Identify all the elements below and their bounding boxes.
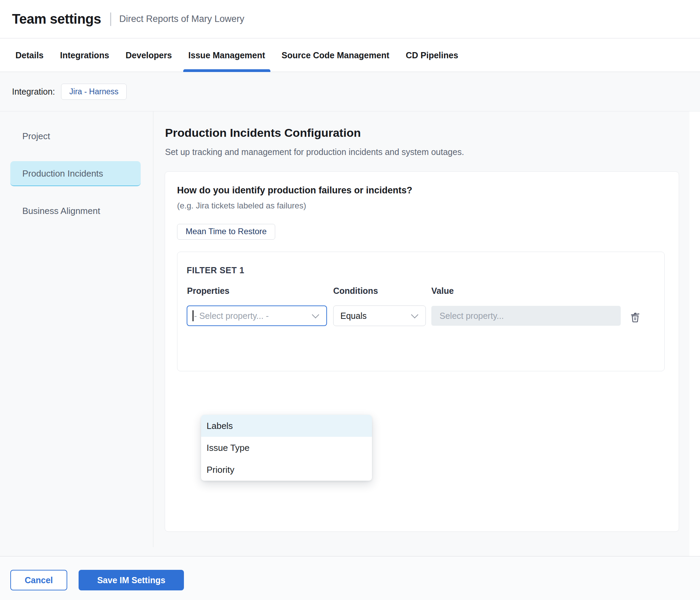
tab-details[interactable]: Details [15,39,44,72]
save-im-settings-button[interactable]: Save IM Settings [79,570,184,590]
team-settings-page: Team settings Direct Reports of Mary Low… [0,0,700,600]
tab-source-code-management[interactable]: Source Code Management [282,39,389,72]
sidebar-item-label: Production Incidents [22,168,103,179]
filter-set-card: FILTER SET 1 Properties Conditions Value… [177,252,665,371]
dropdown-option-labels[interactable]: Labels [201,415,372,437]
property-dropdown-menu: Labels Issue Type Priority [201,415,372,481]
filter-controls-row: - Select property... - Equals Select pro… [187,305,655,326]
delete-filter-button[interactable] [628,310,643,325]
condition-select[interactable]: Equals [333,305,426,326]
sidebar-item-business-alignment[interactable]: Business Alignment [10,199,141,224]
title-divider [110,12,111,26]
footer-action-bar: Cancel Save IM Settings [0,556,700,600]
chevron-down-icon [411,311,418,318]
integration-row: Integration: Jira - Harness [0,72,700,111]
chevron-down-icon [312,311,319,318]
value-input-placeholder: Select property... [440,311,504,321]
section-title: Production Incidents Configuration [165,125,361,140]
property-select[interactable]: - Select property... - [187,305,327,326]
sidebar-item-label: Project [22,131,50,141]
tab-integrations[interactable]: Integrations [60,39,109,72]
metric-tab-mean-time-to-restore[interactable]: Mean Time to Restore [177,224,275,240]
integration-chip[interactable]: Jira - Harness [61,84,127,100]
dropdown-option-priority[interactable]: Priority [201,459,372,481]
properties-column-label: Properties [187,286,230,295]
property-select-placeholder: - Select property... - [194,311,269,321]
filter-set-title: FILTER SET 1 [187,266,655,275]
dropdown-option-issue-type[interactable]: Issue Type [201,437,372,459]
page-title: Team settings [12,11,101,27]
content-area: Project Production Incidents Business Al… [0,111,700,556]
page-subtitle: Direct Reports of Mary Lowery [119,14,245,24]
active-tab-underline [183,69,270,72]
tab-label: Source Code Management [282,50,389,60]
sidebar-item-label: Business Alignment [22,206,100,216]
tab-label: Issue Management [188,50,265,60]
conditions-column-label: Conditions [333,286,378,295]
tab-label: CD Pipelines [406,50,458,60]
page-header: Team settings Direct Reports of Mary Low… [0,0,700,38]
tab-bar: Details Integrations Developers Issue Ma… [0,39,700,72]
tab-issue-management[interactable]: Issue Management [188,39,265,72]
filter-column-labels: Properties Conditions Value [187,286,655,295]
config-question: How do you identify production failures … [177,183,667,197]
tab-developers[interactable]: Developers [126,39,172,72]
tab-label: Developers [126,50,172,60]
value-column-label: Value [431,286,454,295]
sidebar-item-project[interactable]: Project [10,124,141,149]
cancel-button[interactable]: Cancel [10,570,67,590]
tab-label: Details [15,50,44,60]
text-caret [192,310,194,321]
config-hint: (e.g. Jira tickets labeled as failures) [177,199,667,212]
integration-label: Integration: [12,87,55,97]
section-subtitle: Set up tracking and management for produ… [165,145,464,159]
incidents-config-card: How do you identify production failures … [165,171,679,532]
condition-select-value: Equals [340,311,366,321]
value-input[interactable]: Select property... [431,306,621,326]
tab-label: Integrations [60,50,109,60]
trash-icon [629,311,642,325]
tab-cd-pipelines[interactable]: CD Pipelines [406,39,458,72]
scrollbar-gutter[interactable] [689,111,700,556]
sidebar-item-production-incidents[interactable]: Production Incidents [10,161,141,186]
settings-sidebar: Project Production Incidents Business Al… [0,111,153,547]
